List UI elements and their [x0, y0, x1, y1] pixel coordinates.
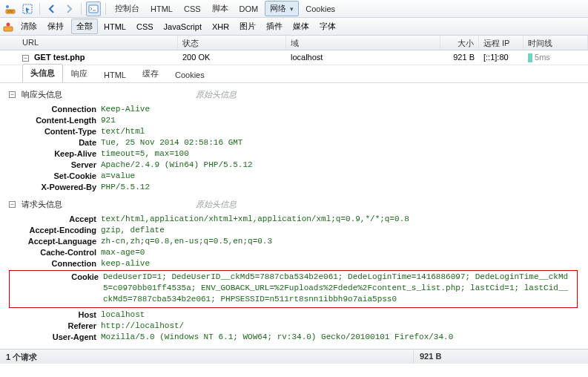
timeline-bar [528, 53, 532, 62]
nav-back-icon[interactable] [44, 1, 59, 16]
request-time: 5ms [535, 53, 550, 62]
request-ip: [::1]:80 [479, 50, 523, 65]
svg-rect-4 [89, 5, 98, 13]
raw-headers-link[interactable]: 原始头信息 [196, 199, 237, 210]
subtab-headers[interactable]: 头信息 [22, 64, 63, 82]
header-row: Content-Typetext/html [9, 126, 582, 137]
request-headers-group[interactable]: − 请求头信息 原始头信息 [9, 197, 582, 211]
svg-point-7 [7, 22, 10, 26]
raw-headers-link[interactable]: 原始头信息 [196, 89, 237, 100]
tab-network-label: 网络 [270, 4, 286, 13]
response-headers-group[interactable]: − 响应头信息 原始头信息 [9, 88, 582, 101]
separator [81, 3, 82, 15]
request-row[interactable]: − GET test.php 200 OK localhost 921 B [:… [0, 50, 588, 65]
subtab-cache[interactable]: 缓存 [134, 65, 167, 82]
filter-images[interactable]: 图片 [235, 19, 260, 33]
request-headers-list: Accepttext/html,application/xhtml+xml,ap… [9, 214, 582, 343]
header-name: Host [9, 309, 101, 321]
header-value: Apache/2.4.9 (Win64) PHP/5.5.12 [101, 160, 582, 171]
col-size[interactable]: 大小 [440, 36, 479, 50]
header-name: Referer [9, 321, 101, 332]
xhr-break-icon[interactable]: xhr [3, 1, 18, 16]
console-toggle-icon[interactable] [86, 1, 101, 16]
header-value: max-age=0 [101, 247, 582, 258]
header-value: Tue, 25 Nov 2014 02:58:16 GMT [101, 137, 582, 148]
chevron-down-icon[interactable]: ▾ [290, 5, 294, 13]
header-row: Connectionkeep-alive [9, 258, 582, 269]
header-row: Accepttext/html,application/xhtml+xml,ap… [9, 214, 582, 225]
header-name: Accept-Encoding [9, 225, 101, 236]
header-name: Cookie [11, 272, 103, 283]
break-on-xhr-icon[interactable] [3, 22, 13, 32]
header-value: DedeUserID=1; DedeUserID__ckMd5=7887cba5… [103, 272, 575, 305]
nav-forward-icon[interactable] [62, 1, 76, 16]
subtab-html[interactable]: HTML [96, 67, 134, 82]
tab-css[interactable]: CSS [179, 3, 205, 15]
header-row: X-Powered-ByPHP/5.5.12 [9, 182, 582, 193]
header-row: Hostlocalhost [9, 309, 582, 321]
tab-dom[interactable]: DOM [235, 3, 263, 15]
header-row: User-AgentMozilla/5.0 (Windows NT 6.1; W… [9, 332, 582, 343]
col-status[interactable]: 状态 [178, 36, 286, 50]
tab-cookies[interactable]: Cookies [301, 3, 340, 15]
filter-js[interactable]: JavaScript [159, 21, 206, 33]
collapse-icon[interactable]: − [22, 55, 29, 62]
filter-all[interactable]: 全部 [71, 19, 98, 34]
panel-select-icon[interactable] [20, 1, 35, 16]
header-name: Accept-Language [9, 236, 101, 247]
detail-subtabs: 头信息 响应 HTML 缓存 Cookies [0, 65, 588, 83]
header-row: ServerApache/2.4.9 (Win64) PHP/5.5.12 [9, 160, 582, 171]
header-name: Date [9, 137, 101, 148]
header-name: User-Agent [9, 332, 101, 343]
subtab-cookies[interactable]: Cookies [167, 67, 213, 82]
header-row: Set-Cookiea=value [9, 171, 582, 182]
filter-fonts[interactable]: 字体 [315, 19, 340, 33]
svg-text:xhr: xhr [7, 9, 13, 13]
header-value: PHP/5.5.12 [101, 182, 582, 193]
filter-media[interactable]: 媒体 [288, 19, 314, 33]
header-row: Keep-Alivetimeout=5, max=100 [9, 148, 582, 160]
header-name: X-Powered-By [9, 182, 101, 193]
collapse-icon[interactable]: − [9, 91, 16, 98]
header-name: Cache-Control [9, 247, 101, 258]
header-row: Cache-Controlmax-age=0 [9, 247, 582, 258]
header-value: Keep-Alive [101, 104, 582, 115]
header-value: text/html,application/xhtml+xml,applicat… [101, 214, 582, 225]
filter-html[interactable]: HTML [99, 21, 131, 33]
filter-css[interactable]: CSS [132, 21, 158, 33]
header-value: zh-cn,zh;q=0.8,en-us;q=0.5,en;q=0.3 [101, 236, 582, 247]
header-value: 921 [101, 115, 582, 126]
tab-script[interactable]: 脚本 [208, 1, 233, 16]
svg-rect-6 [4, 27, 13, 31]
header-value: text/html [101, 126, 582, 137]
status-requests: 1 个请求 [0, 350, 414, 364]
tab-html[interactable]: HTML [146, 3, 177, 15]
col-domain[interactable]: 域 [286, 36, 440, 50]
col-ip[interactable]: 远程 IP [479, 36, 523, 50]
header-name: Connection [9, 104, 101, 115]
header-value: Mozilla/5.0 (Windows NT 6.1; WOW64; rv:3… [101, 332, 582, 343]
collapse-icon[interactable]: − [9, 201, 16, 208]
tab-console[interactable]: 控制台 [110, 1, 144, 16]
header-name: Keep-Alive [9, 148, 101, 160]
header-value: timeout=5, max=100 [101, 148, 582, 160]
header-value: http://localhost/ [101, 321, 582, 332]
filter-xhr[interactable]: XHR [208, 21, 234, 33]
header-name: Accept [9, 214, 101, 225]
clear-button[interactable]: 清除 [16, 19, 42, 33]
col-url[interactable]: URL [0, 36, 178, 50]
tab-network[interactable]: 网络 ▾ [265, 1, 299, 16]
filter-toolbar: 清除 保持 全部 HTML CSS JavaScript XHR 图片 插件 媒… [0, 18, 588, 36]
request-timeline: 5ms [523, 50, 588, 65]
separator [39, 3, 40, 15]
header-row: DateTue, 25 Nov 2014 02:58:16 GMT [9, 137, 582, 148]
persist-button[interactable]: 保持 [43, 19, 68, 33]
header-name: Set-Cookie [9, 171, 101, 182]
header-row: Content-Length921 [9, 115, 582, 126]
header-value: keep-alive [101, 258, 582, 269]
col-timeline[interactable]: 时间线 [523, 36, 588, 50]
subtab-response[interactable]: 响应 [63, 65, 96, 82]
response-headers-label: 响应头信息 [22, 89, 62, 100]
header-name: Server [9, 160, 101, 171]
filter-plugins[interactable]: 插件 [262, 19, 287, 33]
